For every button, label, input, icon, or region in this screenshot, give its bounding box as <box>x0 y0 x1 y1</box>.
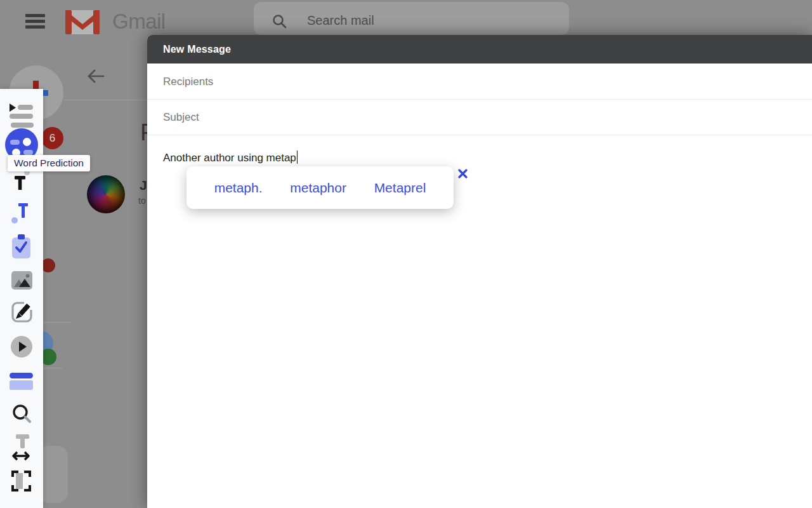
divider <box>43 368 62 368</box>
compose-window: New Message Recipients Subject Another a… <box>147 35 812 508</box>
subject-field[interactable]: Subject <box>147 100 812 135</box>
hamburger-menu-icon[interactable] <box>25 14 45 31</box>
gmail-page: Gmail Search mail 6 R J to New Message R… <box>0 0 812 508</box>
close-icon[interactable] <box>458 169 468 178</box>
search-bar[interactable] <box>254 2 569 35</box>
status-dot-red <box>41 258 55 272</box>
play-icon[interactable] <box>11 336 32 358</box>
hamburger-bar <box>25 25 45 29</box>
translate-text-icon[interactable] <box>18 203 29 218</box>
screen-capture-icon[interactable] <box>11 471 31 491</box>
message-body-editor[interactable]: Another author using metap <box>163 150 298 165</box>
text-cursor <box>297 150 298 164</box>
divider <box>63 100 147 100</box>
hamburger-bar <box>25 14 45 17</box>
divider <box>43 322 71 323</box>
hamburger-bar <box>25 20 45 23</box>
logo-blue-fragment <box>43 90 48 96</box>
to-label: to <box>138 196 146 206</box>
prediction-dash <box>23 150 33 155</box>
body-text: Another author using metap <box>163 152 296 164</box>
recipients-field[interactable]: Recipients <box>147 64 812 100</box>
compose-header[interactable]: New Message <box>147 35 812 64</box>
gmail-logo-icon <box>65 9 100 35</box>
prediction-dash <box>10 140 20 145</box>
logo-red-fragment <box>33 81 39 90</box>
back-arrow-icon[interactable] <box>87 69 105 83</box>
suggestion-3[interactable]: Metaprel <box>374 180 426 196</box>
accessibility-toolbar-sidebar: Word Prediction <box>0 89 43 508</box>
gmail-wordmark: Gmail <box>112 10 166 34</box>
text-to-speech-icon[interactable] <box>10 104 35 130</box>
edit-annotate-icon[interactable] <box>11 302 32 323</box>
search-icon <box>272 14 287 29</box>
reading-strip-icon[interactable] <box>10 373 33 390</box>
notification-dot-blue <box>11 217 18 224</box>
suggestion-2[interactable]: metaphor <box>290 180 346 196</box>
sender-name-partial: J <box>140 178 147 193</box>
suggestion-1[interactable]: metaph. <box>214 180 263 196</box>
magnifier-icon[interactable] <box>12 404 32 424</box>
unread-count-badge: 6 <box>41 127 63 149</box>
text-style-icon[interactable] <box>15 176 26 190</box>
sender-avatar <box>87 175 125 213</box>
picture-dictionary-icon[interactable] <box>11 271 32 290</box>
search-placeholder: Search mail <box>307 13 374 28</box>
word-prediction-tooltip: Word Prediction <box>8 155 90 171</box>
word-prediction-popup: metaph. metaphor Metaprel <box>187 166 454 209</box>
text-spacing-icon[interactable] <box>11 434 30 461</box>
check-clipboard-icon[interactable] <box>12 234 31 258</box>
prediction-dot <box>23 138 31 146</box>
